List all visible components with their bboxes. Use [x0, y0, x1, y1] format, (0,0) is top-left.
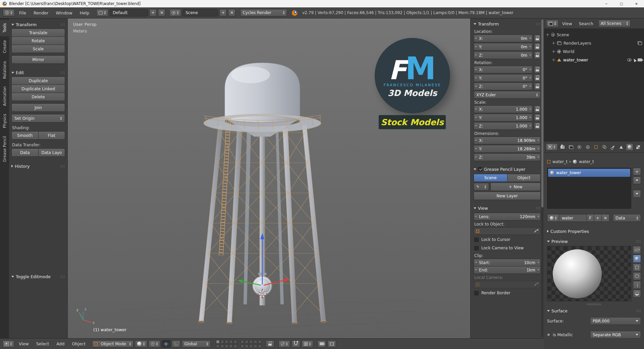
opengl-render-anim-button[interactable] [327, 340, 336, 348]
panel-header-edit[interactable]: Edit [11, 68, 65, 77]
expand-icon[interactable] [552, 50, 555, 53]
proportional-edit-select[interactable] [278, 340, 290, 348]
manipulator-rotate-toggle[interactable] [172, 340, 180, 348]
gp-scene-tab[interactable]: Scene [474, 174, 507, 182]
location-y-field[interactable]: Y:0m [474, 43, 533, 51]
layers-grid-1[interactable] [216, 340, 237, 348]
dimension-z-field[interactable]: Z:39m [474, 153, 541, 161]
tab-material[interactable] [626, 143, 633, 151]
panel-grip-icon[interactable] [60, 275, 65, 278]
location-z-field[interactable]: Z:0m [474, 51, 533, 59]
panel-header-transform[interactable]: Transform [11, 20, 65, 29]
outliner-display-mode-select[interactable]: All Scenes [598, 20, 631, 27]
outliner-editor-type-button[interactable] [546, 20, 558, 27]
remove-slot-button[interactable] [633, 177, 641, 184]
material-name-field[interactable]: water [559, 214, 587, 222]
material-slot-list[interactable]: water_tower [547, 168, 631, 209]
panel-resize-grip[interactable] [587, 304, 601, 305]
rotation-mode-select[interactable]: XYZ Euler [474, 91, 541, 99]
render-border-checkbox[interactable] [474, 291, 479, 295]
transform-orientation-select[interactable]: Global [182, 340, 211, 348]
smooth-button[interactable]: Smooth [11, 131, 39, 140]
preview-monkey-button[interactable] [633, 272, 641, 280]
panel-grip-icon[interactable] [536, 22, 541, 26]
viewport-shading-select[interactable] [135, 340, 147, 348]
panel-header-transform-n[interactable]: Transform [474, 20, 541, 28]
selectable-cursor-icon[interactable] [633, 58, 637, 62]
panel-header-history[interactable]: History [11, 162, 65, 170]
mirror-button[interactable]: Mirror [11, 55, 65, 64]
scale-z-field[interactable]: Z:1.000 [474, 122, 533, 130]
panel-grip-icon[interactable] [636, 240, 641, 243]
rotation-y-field[interactable]: Y:0° [474, 74, 533, 82]
viewport-menu-select[interactable]: Select [33, 341, 52, 346]
duplicate-button[interactable]: Duplicate [11, 77, 65, 85]
duplicate-linked-button[interactable]: Duplicate Linked [11, 85, 65, 93]
lock-to-cursor-checkbox[interactable] [474, 238, 479, 242]
panel-grip-icon[interactable] [60, 71, 65, 74]
preview-world-button[interactable] [633, 290, 641, 298]
panel-grip-icon[interactable] [60, 23, 65, 26]
manipulator-translate-toggle[interactable] [162, 340, 170, 348]
panel-header-view[interactable]: View [474, 204, 541, 212]
rotate-button[interactable]: Rotate [11, 37, 65, 45]
local-camera-picker[interactable] [474, 281, 541, 288]
data-button[interactable]: Data [11, 148, 39, 157]
panel-header-preview[interactable]: Preview [547, 237, 641, 245]
preview-cube-button[interactable] [633, 263, 641, 271]
tab-scene[interactable] [576, 143, 583, 151]
menu-window[interactable]: Window [53, 10, 75, 15]
panel-grip-icon[interactable] [536, 207, 541, 210]
outliner-menu-search[interactable]: Search [576, 21, 596, 26]
lock-scale-x-button[interactable] [534, 105, 541, 113]
3d-viewport[interactable]: x y z User Persp Meters F M FRANCESCO MI… [68, 18, 470, 338]
expand-icon[interactable] [552, 58, 555, 61]
preview-sphere-button[interactable] [633, 255, 641, 263]
delete-button[interactable]: Delete [11, 93, 65, 101]
opengl-render-button[interactable] [317, 340, 326, 348]
properties-editor-type-button[interactable] [546, 143, 558, 151]
dimension-x-field[interactable]: X:18.909m [474, 137, 541, 144]
scrollbar-thumb[interactable] [541, 19, 543, 207]
renderable-camera-icon[interactable] [638, 58, 642, 61]
menu-file[interactable]: File [16, 10, 29, 15]
unlink-material-button[interactable]: ✕ [601, 214, 609, 222]
lock-rotation-x-button[interactable] [534, 66, 541, 73]
visibility-eye-icon[interactable] [627, 58, 632, 61]
set-origin-dropdown[interactable]: Set Origin [11, 114, 65, 122]
tab-tools[interactable]: Tools [0, 19, 9, 36]
tab-modifiers[interactable] [609, 143, 616, 151]
add-screen-layout-button[interactable]: + [149, 9, 157, 16]
viewport-menu-object[interactable]: Object [69, 341, 89, 346]
tab-texture[interactable] [634, 143, 642, 151]
panel-grip-icon[interactable] [60, 165, 65, 168]
snap-toggle[interactable] [291, 340, 300, 348]
maximize-button[interactable]: □ [614, 0, 629, 7]
delete-scene-button[interactable]: ✕ [228, 9, 235, 16]
surface-shader-select[interactable]: PBR.000 [590, 317, 641, 325]
expand-icon[interactable] [546, 33, 549, 36]
lock-rotation-z-button[interactable] [534, 83, 541, 90]
outliner-item-world[interactable]: World [546, 47, 642, 56]
render-result-icon[interactable] [638, 41, 642, 45]
preview-hair-button[interactable] [633, 281, 641, 289]
tab-physics[interactable]: Physics [0, 110, 9, 132]
location-x-field[interactable]: X:0m [474, 35, 533, 42]
lock-location-x-button[interactable] [534, 35, 541, 42]
data-layout-button[interactable]: Data Layo [38, 148, 65, 157]
clip-end-field[interactable]: End:1km [474, 266, 541, 274]
scale-y-field[interactable]: Y:1.000 [474, 114, 533, 121]
viewport-menu-add[interactable]: Add [53, 341, 67, 346]
tab-render-layers[interactable] [567, 143, 575, 151]
viewport-editor-type-button[interactable] [2, 340, 14, 348]
tab-grease-pencil[interactable]: Grease Pencil [0, 132, 9, 166]
eyedropper-icon[interactable] [535, 283, 538, 286]
panel-header-grease-pencil[interactable]: Grease Pencil Layer [474, 165, 541, 173]
viewport-menu-view[interactable]: View [16, 341, 32, 346]
lock-location-y-button[interactable] [534, 43, 541, 51]
snap-element-select[interactable] [302, 340, 313, 348]
outliner-item-water-tower[interactable]: water_tower [546, 56, 642, 64]
eyedropper-icon[interactable] [535, 229, 538, 233]
lens-field[interactable]: Lens:120mm [474, 213, 541, 220]
scene-name-field[interactable]: Scene [182, 9, 218, 16]
